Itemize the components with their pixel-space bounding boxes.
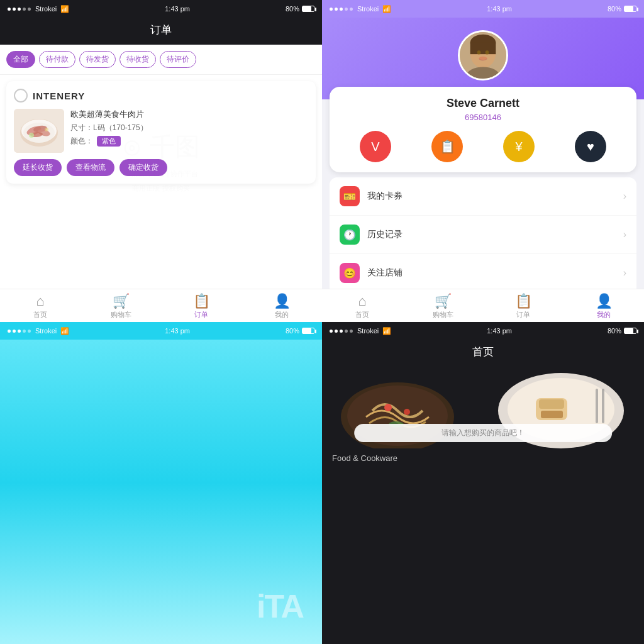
order-brand-row: INTENERY (14, 89, 308, 103)
avatar-svg (460, 30, 506, 80)
confirm-receive-btn[interactable]: 确定收货 (119, 159, 167, 176)
nav-cart-profile[interactable]: 🛒 购物车 (402, 294, 483, 319)
action-yen-btn[interactable]: ¥ (503, 131, 535, 162)
svg-point-9 (45, 128, 48, 131)
profile-name: Steve Carnett (340, 97, 626, 110)
ita-text: iTA (257, 588, 303, 625)
tab-pending-ship[interactable]: 待发货 (79, 51, 116, 68)
wifi-profile: 📶 (382, 5, 391, 13)
extend-receive-btn[interactable]: 延长收货 (14, 159, 62, 176)
view-logistics-btn[interactable]: 查看物流 (67, 159, 114, 176)
battery-icon-home (624, 328, 636, 334)
status-bar-home: Strokei 📶 1:43 pm 80% (322, 322, 644, 340)
nav-order-profile[interactable]: 📋 订单 (483, 294, 564, 319)
order-item-row: 欧美超薄美食牛肉片 尺寸：L码（170-175） 颜色： 紫色 (14, 109, 308, 153)
search-placeholder: 请输入想购买的商品吧！ (441, 428, 525, 437)
history-icon-box: 🕐 (340, 225, 360, 245)
coupon-label: 我的卡券 (367, 191, 616, 202)
home-banner: 请输入想购买的商品吧！ (322, 367, 644, 448)
profile-phone: 69580146 (340, 113, 626, 122)
banner-subtitle: Food & Cookware (322, 448, 644, 468)
wifi-cyan: 📶 (60, 327, 69, 335)
action-clipboard-btn[interactable]: 📋 (431, 131, 463, 162)
svg-rect-29 (596, 389, 598, 423)
svg-point-14 (477, 50, 481, 54)
svg-point-21 (384, 404, 392, 411)
profile-icon: 👤 (274, 294, 291, 308)
tab-all[interactable]: 全部 (6, 51, 35, 68)
order-card: INTENERY (6, 81, 316, 184)
nav-order-order[interactable]: 📋 订单 (161, 294, 242, 319)
color-label: 颜色： (70, 136, 93, 147)
user-avatar (458, 30, 508, 80)
chevron-follow: › (623, 267, 626, 279)
svg-rect-13 (470, 43, 496, 55)
svg-point-15 (486, 50, 489, 54)
battery-area: 80% (286, 5, 314, 13)
status-bar-order: Strokei 📶 1:43 pm 80% (0, 0, 322, 18)
battery-icon (302, 6, 314, 12)
order-panel: Strokei 📶 1:43 pm 80% 订单 全部 待付款 待发货 待收货 … (0, 0, 322, 322)
profile-card: Steve Carnett 69580146 V 📋 ¥ ♥ (330, 87, 636, 172)
carrier-name-home: Strokei (357, 327, 379, 335)
svg-rect-27 (539, 399, 564, 409)
nav-cart-order[interactable]: 🛒 购物车 (80, 294, 161, 319)
brand-avatar (14, 89, 28, 103)
battery-icon-cyan (302, 328, 314, 334)
time-home: 1:43 pm (487, 327, 512, 335)
svg-point-8 (29, 133, 34, 138)
profile-actions-row: V 📋 ¥ ♥ (340, 131, 626, 162)
banner-subtitle-text: Food & Cookware (332, 453, 397, 463)
home-icon-profile: ⌂ (358, 294, 366, 308)
cart-icon: 🛒 (113, 294, 130, 308)
coupon-icon-box: 🎫 (340, 186, 360, 206)
home-title-text: 首页 (472, 346, 494, 358)
time-profile: 1:43 pm (487, 5, 512, 13)
battery-home: 80% (608, 327, 636, 335)
food-svg (14, 109, 64, 153)
brand-name: INTENERY (33, 91, 85, 101)
svg-rect-28 (541, 411, 563, 418)
carrier-dots: Strokei 📶 (8, 5, 69, 13)
follow-icon: 😊 (343, 267, 356, 279)
tab-pending-review[interactable]: 待评价 (160, 51, 196, 68)
order-action-buttons: 延长收货 查看物流 确定收货 (14, 159, 308, 176)
history-label: 历史记录 (367, 229, 616, 240)
chevron-coupon: › (623, 191, 626, 202)
profile-panel: Strokei 📶 1:43 pm 80% (322, 0, 644, 322)
action-heart-btn[interactable]: ♥ (575, 131, 606, 162)
nav-profile-order[interactable]: 👤 我的 (242, 294, 322, 319)
follow-icon-box: 😊 (340, 263, 360, 283)
order-icon: 📋 (193, 294, 210, 308)
menu-item-follow-store[interactable]: 😊 关注店铺 › (330, 254, 636, 292)
order-icon-profile: 📋 (515, 294, 532, 308)
nav-my-profile[interactable]: 👤 我的 (564, 294, 644, 319)
nav-home-order[interactable]: ⌂ 首页 (0, 294, 80, 319)
svg-point-16 (479, 57, 487, 60)
svg-rect-30 (602, 389, 604, 423)
cyan-panel: Strokei 📶 1:43 pm 80% iTA (0, 322, 322, 644)
follow-label: 关注店铺 (367, 267, 616, 279)
status-bar-cyan: Strokei 📶 1:43 pm 80% (0, 322, 322, 340)
menu-item-history[interactable]: 🕐 历史记录 › (330, 216, 636, 254)
carrier-dots-profile: Strokei 📶 (330, 5, 391, 13)
tab-pending-pay[interactable]: 待付款 (39, 51, 75, 68)
product-image (14, 109, 64, 153)
chevron-history: › (623, 229, 626, 240)
product-details: 欧美超薄美食牛肉片 尺寸：L码（170-175） 颜色： 紫色 (70, 109, 308, 153)
order-tabs-row: 全部 待付款 待发货 待收货 待评价 (0, 45, 322, 75)
cart-icon-profile: 🛒 (435, 294, 452, 308)
product-size: 尺寸：L码（170-175） (70, 123, 308, 133)
wifi-home: 📶 (382, 327, 391, 335)
home-search-bar[interactable]: 请输入想购买的商品吧！ (354, 424, 612, 442)
nav-home-profile[interactable]: ⌂ 首页 (322, 294, 402, 319)
tab-pending-receive[interactable]: 待收货 (119, 51, 156, 68)
wifi-icon: 📶 (60, 5, 69, 13)
my-icon-profile: 👤 (596, 294, 613, 308)
action-v-btn[interactable]: V (360, 131, 391, 162)
order-title-text: 订单 (150, 24, 172, 36)
menu-item-coupon[interactable]: 🎫 我的卡券 › (330, 177, 636, 216)
color-badge: 紫色 (97, 136, 121, 147)
home-panel: Strokei 📶 1:43 pm 80% 首页 (322, 322, 644, 644)
carrier-name-cyan: Strokei (35, 327, 57, 335)
